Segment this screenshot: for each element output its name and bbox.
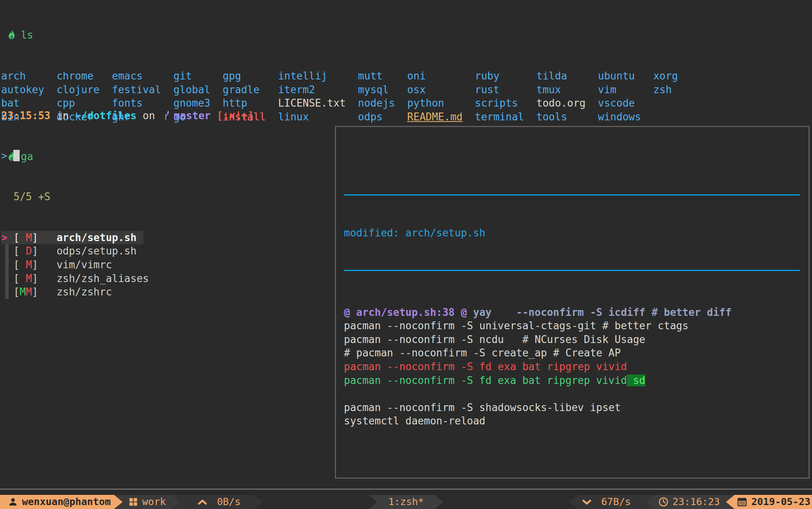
prompt-git-flags: [⇣✘!+] bbox=[211, 110, 254, 122]
diff-line bbox=[344, 387, 801, 401]
diff-rule-bottom bbox=[344, 270, 800, 271]
diff-file-title: modified: arch/setup.sh bbox=[344, 226, 801, 240]
fzf-gutter bbox=[1, 286, 13, 298]
diff-line: pacman --noconfirm -S universal-ctags-gi… bbox=[344, 319, 801, 333]
prompt-word-in: in bbox=[50, 110, 75, 122]
status-bracket: [ bbox=[13, 245, 20, 257]
tmux-status-bar: wenxuan@phantom work 0B/s 1:zsh* 67B/s 2… bbox=[0, 495, 812, 509]
ls-entry-xorg: xorg bbox=[653, 69, 678, 83]
ls-entry-oni: oni bbox=[407, 69, 475, 83]
fzf-preview-pane: modified: arch/setup.sh @ arch/setup.sh:… bbox=[335, 126, 810, 479]
status-bracket: [ bbox=[13, 286, 20, 298]
status-download-rate: 67B/s bbox=[601, 495, 631, 509]
spacer bbox=[38, 259, 57, 271]
ls-entry-intellij: intellij bbox=[278, 69, 358, 83]
ls-entry-terminal: terminal bbox=[475, 110, 536, 124]
status-upload-segment: 0B/s bbox=[180, 495, 254, 509]
unstaged-status: D bbox=[26, 245, 32, 257]
fzf-query-line[interactable]: > bbox=[1, 149, 149, 163]
status-bracket: [ bbox=[13, 232, 20, 243]
status-window-title: 1:zsh* bbox=[388, 495, 424, 509]
git-branch-icon bbox=[164, 111, 171, 121]
prompt-branch: master bbox=[174, 110, 211, 122]
status-session-segment[interactable]: work bbox=[123, 495, 171, 509]
fzf-item-arch/setup.sh[interactable]: > [ M] arch/setup.sh bbox=[1, 231, 149, 245]
status-date-segment: 2019-05-23 bbox=[735, 495, 812, 509]
fzf-item-filename: odps/setup.sh bbox=[57, 245, 137, 257]
ls-entry-vim: vim bbox=[598, 83, 653, 97]
ls-entry-linux: linux bbox=[278, 110, 358, 124]
chevron-down-icon bbox=[582, 497, 592, 507]
ls-entry-tools: tools bbox=[536, 110, 598, 124]
powerline-arrow bbox=[435, 495, 443, 509]
unstaged-status: M bbox=[26, 273, 32, 284]
ls-entry-osx: osx bbox=[407, 83, 475, 97]
status-bracket: ] bbox=[32, 286, 38, 298]
status-user-host: wenxuan@phantom bbox=[22, 495, 111, 509]
diff-segment-ctx: pacman --noconfirm -S universal-ctags-gi… bbox=[344, 320, 689, 332]
ls-entry-todo.org: todo.org bbox=[536, 96, 598, 110]
status-upload-rate: 0B/s bbox=[217, 495, 241, 509]
prompt-time: 23:15:53 bbox=[1, 110, 50, 122]
fzf-counter-line: 5/5 +S bbox=[1, 190, 149, 204]
ls-entry-vscode: vscode bbox=[598, 96, 653, 110]
ls-entry-chrome: chrome bbox=[57, 69, 112, 83]
status-date: 2019-05-23 bbox=[751, 495, 810, 509]
ls-entry-gpg: gpg bbox=[223, 69, 278, 83]
ls-entry-mutt: mutt bbox=[358, 69, 407, 83]
status-session-name: work bbox=[142, 495, 166, 509]
prompt-word-on: on bbox=[136, 110, 161, 122]
status-bracket: ] bbox=[32, 259, 38, 271]
fzf-finder: > 5/5 +S > [ M] arch/setup.sh [ D] odps/… bbox=[1, 122, 149, 326]
prompt-flame-icon bbox=[7, 30, 16, 41]
fzf-item-filename: vim/vimrc bbox=[57, 259, 112, 271]
clock-icon bbox=[658, 497, 669, 507]
fzf-query-prompt: > bbox=[1, 150, 7, 162]
ls-entry-tilda: tilda bbox=[536, 69, 598, 83]
session-grid-icon bbox=[128, 497, 138, 507]
diff-segment-hunk-ctx: yay --noconfirm -S icdiff # better diff bbox=[467, 306, 731, 318]
ls-entry-scripts: scripts bbox=[475, 96, 536, 110]
staged-status bbox=[20, 232, 26, 243]
ls-command-line: ls bbox=[1, 28, 678, 42]
status-bracket: [ bbox=[13, 273, 20, 284]
fzf-item-zsh/zsh_aliases[interactable]: [ M] zsh/zsh_aliases bbox=[1, 272, 149, 286]
status-window-tab[interactable]: 1:zsh* bbox=[377, 495, 435, 509]
ls-entry-nodejs: nodejs bbox=[358, 96, 407, 110]
pane-separator bbox=[0, 489, 812, 490]
spacer bbox=[38, 286, 57, 298]
ls-entry-iterm2: iterm2 bbox=[278, 83, 358, 97]
status-clock: 23:16:23 bbox=[672, 495, 720, 509]
prompt-cwd: ~/dotfiles bbox=[75, 110, 137, 122]
diff-segment-ctx: systemctl daemon-reload bbox=[344, 415, 485, 427]
fzf-match-counter: 5/5 +S bbox=[13, 191, 50, 203]
unstaged-status: M bbox=[26, 259, 32, 271]
diff-segment-hunk-meta: @ arch/setup.sh:38 @ bbox=[344, 306, 467, 318]
ls-entry-emacs: emacs bbox=[112, 69, 174, 83]
status-user-host-segment: wenxuan@phantom bbox=[0, 495, 114, 509]
diff-segment-ctx: pacman --noconfirm -S shadowsocks-libev … bbox=[344, 402, 621, 413]
fzf-item-odps/setup.sh[interactable]: [ D] odps/setup.sh bbox=[1, 244, 149, 258]
status-bracket: [ bbox=[13, 259, 20, 271]
status-bracket: ] bbox=[32, 232, 38, 243]
diff-line: systemctl daemon-reload bbox=[344, 414, 801, 428]
fzf-item-zsh/zshrc[interactable]: [MM] zsh/zshrc bbox=[1, 285, 149, 299]
ls-entry-LICENSE.txt: LICENSE.txt bbox=[278, 96, 358, 110]
staged-status bbox=[20, 259, 26, 271]
fzf-pointer: > bbox=[1, 232, 13, 243]
spacer bbox=[38, 232, 57, 243]
status-bracket: ] bbox=[32, 273, 38, 284]
status-left: wenxuan@phantom work 0B/s bbox=[0, 495, 263, 509]
powerline-arrow bbox=[569, 495, 578, 509]
spacer bbox=[38, 273, 57, 284]
fzf-item-vim/vimrc[interactable]: [ M] vim/vimrc bbox=[1, 258, 149, 272]
fzf-item-filename: zsh/zsh_aliases bbox=[57, 273, 149, 284]
fzf-gutter bbox=[1, 245, 13, 257]
preview-content: modified: arch/setup.sh @ arch/setup.sh:… bbox=[336, 154, 808, 455]
prompt-line: 23:15:53 in ~/dotfiles on master [⇣✘!+] bbox=[1, 109, 254, 123]
diff-segment-ctx: pacman --noconfirm -S ncdu # NCurses Dis… bbox=[344, 334, 645, 345]
ls-entry-zsh: zsh bbox=[653, 83, 678, 97]
calendar-icon bbox=[737, 497, 747, 507]
powerline-arrow bbox=[254, 495, 263, 509]
status-bracket: ] bbox=[32, 245, 38, 257]
